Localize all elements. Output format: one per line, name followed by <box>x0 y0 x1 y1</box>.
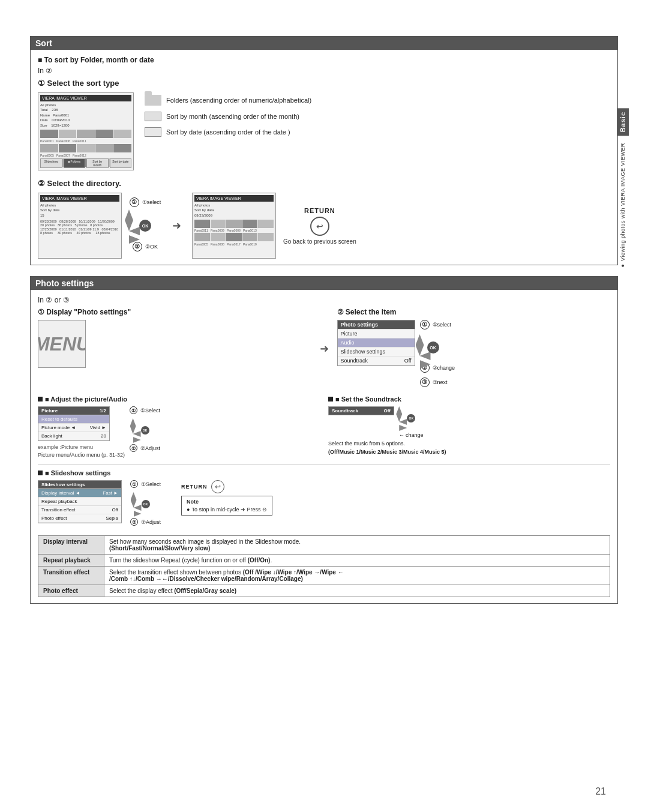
dpad-ok[interactable]: OK <box>139 220 151 232</box>
ss-dpad-ok[interactable]: OK <box>142 500 150 508</box>
sort-step2: ② Select the directory. VIERA IMAGE VIEW… <box>38 179 610 259</box>
soundtrack-dpad-left[interactable] <box>399 419 407 425</box>
photo-section: Photo settings In ② or ③ ① Display "Phot… <box>30 276 618 604</box>
photo-step2-controls: ① ①select OK ② <box>420 320 455 389</box>
adjust-dpad-ok[interactable]: OK <box>141 426 149 435</box>
settings-row-picture: Picture <box>338 329 415 338</box>
ss-dpad-right[interactable] <box>134 511 142 517</box>
soundtrack-dpad[interactable]: OK <box>399 406 423 430</box>
table-row-repeat: Repeat playback Turn the slideshow Repea… <box>38 555 610 567</box>
dpad-up[interactable] <box>125 209 133 220</box>
photo-dpad-down[interactable] <box>416 345 424 356</box>
adjust-adjust-label: ②Adjust <box>140 445 160 451</box>
slideshow-section: ■ Slideshow settings Slideshow settings … <box>38 464 610 528</box>
table-row-transition: Transition effect Select the transition … <box>38 567 610 585</box>
sort-screen-thumb: VIERA IMAGE VIEWER All photos Total 238 … <box>38 92 134 170</box>
select-circle: ① <box>420 320 430 329</box>
table-cell-photo-effect-label: Photo effect <box>38 585 104 597</box>
slideshow-dpad-col: ① ①Select OK ② ②Adjust <box>130 480 161 528</box>
soundtrack-note: Select the music from 5 options. <box>328 441 610 447</box>
ss-adjust-circle: ② <box>130 518 138 526</box>
sort-dpad-container: ① ①select OK ② ②OK <box>129 197 161 254</box>
return-icon[interactable]: ↩ <box>310 217 329 236</box>
sort-step1-title: ① Select the sort type <box>38 79 610 88</box>
dpad-left[interactable] <box>129 227 140 235</box>
adjust-row-reset: Reset to defaults <box>38 415 109 424</box>
settings-row-audio: Audio <box>338 338 415 347</box>
slideshow-inner: Slideshow settings Display interval ◄Fas… <box>38 480 610 528</box>
adjust-screen-wrapper: Picture 1/2 Reset to defaults Picture mo… <box>38 406 125 458</box>
sort-dpad[interactable]: OK <box>129 209 161 242</box>
change-label: ②change <box>433 365 455 371</box>
select-circle-label: ① ①select <box>130 197 161 207</box>
adjust-select-label: ①Select <box>140 408 160 414</box>
table-cell-repeat-content: Turn the slideshow Repeat (cycle) functi… <box>104 555 610 567</box>
soundtrack-dpad-ok[interactable]: OK <box>407 414 415 423</box>
photo-dpad[interactable]: OK <box>420 334 446 361</box>
photo-header: Photo settings <box>31 277 617 290</box>
date-label: Sort by date (ascending order of the dat… <box>166 128 290 136</box>
table-cell-interval-content: Set how many seconds each image is displ… <box>104 536 610 555</box>
sort-step2-screen2: VIERA IMAGE VIEWER All photos Sort by da… <box>192 193 276 259</box>
soundtrack-dpad-up[interactable] <box>396 406 402 414</box>
dpad-down[interactable] <box>125 220 133 231</box>
ss-select-circle: ① <box>130 480 138 488</box>
sort-section: Sort ■ To sort by Folder, month or date … <box>30 36 618 265</box>
ss-select-label: ①Select <box>141 481 161 487</box>
ss-row-repeat: Repeat playback <box>38 498 121 506</box>
adjust-dpad-left[interactable] <box>133 431 141 437</box>
photo-dpad-ok[interactable]: OK <box>427 341 439 353</box>
table-row-interval: Display interval Set how many seconds ea… <box>38 536 610 555</box>
ss-header: Slideshow settings <box>38 481 121 489</box>
soundtrack-section: ■ Set the Soundtrack Soundtrack Off <box>328 395 610 458</box>
table-cell-repeat-label: Repeat playback <box>38 555 104 567</box>
adjust-title: ■ Adjust the picture/Audio <box>45 395 127 403</box>
adjust-header: ■ Adjust the picture/Audio <box>38 395 320 403</box>
note-header: Note <box>187 499 267 505</box>
adjust-dpad-up[interactable] <box>130 418 136 426</box>
slideshow-dpad[interactable]: OK <box>134 492 158 516</box>
adjust-row-backlight: Back light20 <box>38 432 109 441</box>
sort-icons-list: Folders (ascending order of numeric/alph… <box>145 92 610 137</box>
soundtrack-dpad-right[interactable] <box>399 425 407 431</box>
return-label: RETURN <box>304 207 335 214</box>
note-box: Note ● To stop in mid-cycle ➜ Press ⊖ <box>181 496 272 516</box>
ok-circle-label: ② ②OK <box>133 242 158 251</box>
bottom-table: Display interval Set how many seconds ea… <box>38 535 610 597</box>
table-cell-transition-label: Transition effect <box>38 567 104 585</box>
date-icon <box>145 127 161 137</box>
photo-menu-screen: MENU <box>38 320 86 368</box>
sub-sections: ■ Adjust the picture/Audio Picture 1/2 R… <box>38 395 610 458</box>
ss-dpad-down[interactable] <box>131 500 137 508</box>
adjust-dpad-down[interactable] <box>130 426 136 434</box>
note-text: To stop in mid-cycle ➜ Press ⊖ <box>191 507 267 513</box>
note-area: RETURN ↩ Note ● To stop in mid-cycle ➜ P… <box>181 480 272 516</box>
soundtrack-change-label: ←change <box>399 432 424 438</box>
photo-settings-screen: Photo settings Picture Audio Slideshow s… <box>337 320 415 366</box>
sort-month-row: Sort by month (ascending order of the mo… <box>145 112 610 121</box>
sort-header: Sort <box>31 37 617 50</box>
next-circle: ③ <box>420 377 430 387</box>
adjust-dpad[interactable]: OK <box>133 418 157 442</box>
return-button-container: RETURN ↩ Go back to previous screen <box>283 207 356 245</box>
ss-dpad-up[interactable] <box>131 492 137 500</box>
adjust-row-picture-mode: Picture mode ◄Vivid ► <box>38 424 109 432</box>
return-small-label: RETURN <box>181 484 208 490</box>
adjust-dpad-right[interactable] <box>133 437 141 443</box>
adjust-screen-header: Picture 1/2 <box>38 407 109 415</box>
slideshow-screen: Slideshow settings Display interval ◄Fas… <box>38 480 122 523</box>
soundtrack-dpad-down[interactable] <box>396 414 402 422</box>
soundtrack-screen: Soundtrack Off <box>328 406 394 415</box>
soundtrack-header-row: Soundtrack Off <box>329 407 394 415</box>
adjust-bullet <box>38 397 43 401</box>
photo-dpad-left[interactable] <box>420 352 431 360</box>
adjust-screen: Picture 1/2 Reset to defaults Picture mo… <box>38 406 110 441</box>
photo-dpad-up[interactable] <box>416 334 424 345</box>
return-small-icon[interactable]: ↩ <box>211 480 224 493</box>
table-cell-photo-effect-content: Select the display effect (Off/Sepia/Gra… <box>104 585 610 597</box>
menu-icon: MENU <box>38 333 86 355</box>
sidebar-viewing: ● Viewing photos with VIERA IMAGE VIEWER <box>619 140 627 271</box>
soundtrack-dpad-col: OK ←change <box>399 406 424 438</box>
table-row-photo-effect: Photo effect Select the display effect (… <box>38 585 610 597</box>
ss-dpad-left[interactable] <box>134 505 142 511</box>
